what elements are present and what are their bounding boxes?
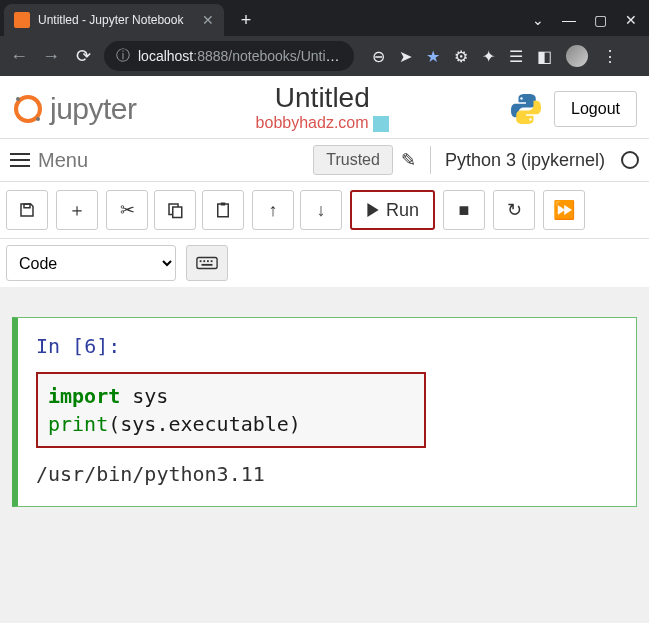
window-dropdown-icon[interactable]: ⌄	[532, 12, 544, 28]
address-bar-actions: ⊖ ➤ ★ ⚙ ✦ ☰ ◧ ⋮	[372, 45, 618, 67]
svg-point-4	[529, 118, 531, 120]
address-bar: ← → ⟳ ⓘ localhost:8888/notebooks/Untit… …	[0, 36, 649, 76]
cube-icon	[373, 116, 389, 132]
notebook-title[interactable]: Untitled	[147, 82, 499, 114]
jupyter-favicon	[14, 12, 30, 28]
url-text: localhost:8888/notebooks/Untit…	[138, 48, 342, 64]
menu-label: Menu	[38, 149, 88, 172]
kernel-name[interactable]: Python 3 (ipykernel)	[445, 150, 605, 171]
forward-button[interactable]: →	[40, 46, 62, 67]
translate-icon[interactable]: ⚙	[454, 47, 468, 66]
notebook-page: jupyter Untitled bobbyhadz.com Logout Me…	[0, 76, 649, 567]
interrupt-button[interactable]: ■	[443, 190, 485, 230]
trusted-button[interactable]: Trusted	[313, 145, 393, 175]
svg-rect-7	[173, 207, 182, 218]
kebab-menu-icon[interactable]: ⋮	[602, 47, 618, 66]
profile-avatar[interactable]	[566, 45, 588, 67]
svg-rect-12	[203, 260, 205, 262]
restart-run-all-button[interactable]: ⏩	[543, 190, 585, 230]
svg-rect-10	[197, 258, 217, 269]
edit-icon[interactable]: ✎	[401, 149, 416, 171]
cut-button[interactable]: ✂	[106, 190, 148, 230]
code-cell[interactable]: In [6]: import sys print(sys.executable)…	[12, 317, 637, 507]
jupyter-logo[interactable]: jupyter	[12, 92, 137, 126]
menu-button[interactable]: Menu	[10, 149, 88, 172]
browser-chrome: Untitled - Jupyter Notebook ✕ + ⌄ — ▢ ✕ …	[0, 0, 649, 76]
copy-icon	[166, 201, 184, 219]
window-maximize-icon[interactable]: ▢	[594, 12, 607, 28]
jupyter-wordmark: jupyter	[50, 92, 137, 126]
restart-button[interactable]: ↻	[493, 190, 535, 230]
save-button[interactable]	[6, 190, 48, 230]
python-logo-icon	[508, 91, 544, 127]
move-up-button[interactable]: ↑	[252, 190, 294, 230]
kernel-indicator-icon[interactable]	[621, 151, 639, 169]
svg-rect-13	[207, 260, 209, 262]
zoom-icon[interactable]: ⊖	[372, 47, 385, 66]
share-icon[interactable]: ➤	[399, 47, 412, 66]
input-prompt: In [6]:	[36, 334, 618, 358]
run-label: Run	[386, 200, 419, 221]
svg-rect-8	[218, 204, 229, 217]
reload-button[interactable]: ⟳	[72, 45, 94, 67]
extensions-icon[interactable]: ✦	[482, 47, 495, 66]
tab-close-icon[interactable]: ✕	[202, 12, 214, 28]
notebook-subtitle: bobbyhadz.com	[147, 114, 499, 132]
paste-icon	[214, 201, 232, 219]
hamburger-icon	[10, 153, 30, 167]
svg-point-1	[16, 97, 20, 101]
notebook-header: jupyter Untitled bobbyhadz.com Logout	[0, 76, 649, 138]
toolbar: ＋ ✂ ↑ ↓ Run ■ ↻ ⏩	[0, 182, 649, 239]
code-input[interactable]: import sys print(sys.executable)	[36, 372, 426, 448]
copy-button[interactable]	[154, 190, 196, 230]
svg-rect-5	[24, 204, 30, 208]
toolbar-row-2: Code	[0, 239, 649, 287]
window-minimize-icon[interactable]: —	[562, 12, 576, 28]
menubar: Menu Trusted ✎ Python 3 (ipykernel)	[0, 138, 649, 182]
svg-rect-9	[221, 203, 226, 206]
window-close-icon[interactable]: ✕	[625, 12, 637, 28]
back-button[interactable]: ←	[8, 46, 30, 67]
svg-rect-11	[200, 260, 202, 262]
command-palette-button[interactable]	[186, 245, 228, 281]
svg-point-3	[520, 97, 522, 99]
tab-title: Untitled - Jupyter Notebook	[38, 13, 194, 27]
new-tab-button[interactable]: +	[232, 6, 260, 34]
browser-tab[interactable]: Untitled - Jupyter Notebook ✕	[4, 4, 224, 36]
insert-cell-button[interactable]: ＋	[56, 190, 98, 230]
svg-rect-14	[211, 260, 213, 262]
svg-point-2	[36, 117, 40, 121]
logout-button[interactable]: Logout	[554, 91, 637, 127]
bookmark-star-icon[interactable]: ★	[426, 47, 440, 66]
cell-type-select[interactable]: Code	[6, 245, 176, 281]
svg-rect-15	[202, 264, 213, 266]
notebook-title-wrap: Untitled bobbyhadz.com	[147, 82, 499, 132]
save-icon	[18, 201, 36, 219]
divider	[430, 146, 431, 174]
move-down-button[interactable]: ↓	[300, 190, 342, 230]
paste-button[interactable]	[202, 190, 244, 230]
browser-tabbar: Untitled - Jupyter Notebook ✕ + ⌄ — ▢ ✕	[0, 0, 649, 36]
cell-output: /usr/bin/python3.11	[36, 462, 618, 486]
svg-point-0	[16, 97, 40, 121]
run-button[interactable]: Run	[350, 190, 435, 230]
url-field[interactable]: ⓘ localhost:8888/notebooks/Untit…	[104, 41, 354, 71]
site-info-icon[interactable]: ⓘ	[116, 47, 130, 65]
play-icon	[366, 203, 380, 217]
jupyter-logo-icon	[12, 93, 44, 125]
keyboard-icon	[196, 256, 218, 270]
window-controls: ⌄ — ▢ ✕	[532, 12, 649, 28]
reader-icon[interactable]: ☰	[509, 47, 523, 66]
notebook-area: In [6]: import sys print(sys.executable)…	[0, 287, 649, 567]
panel-icon[interactable]: ◧	[537, 47, 552, 66]
